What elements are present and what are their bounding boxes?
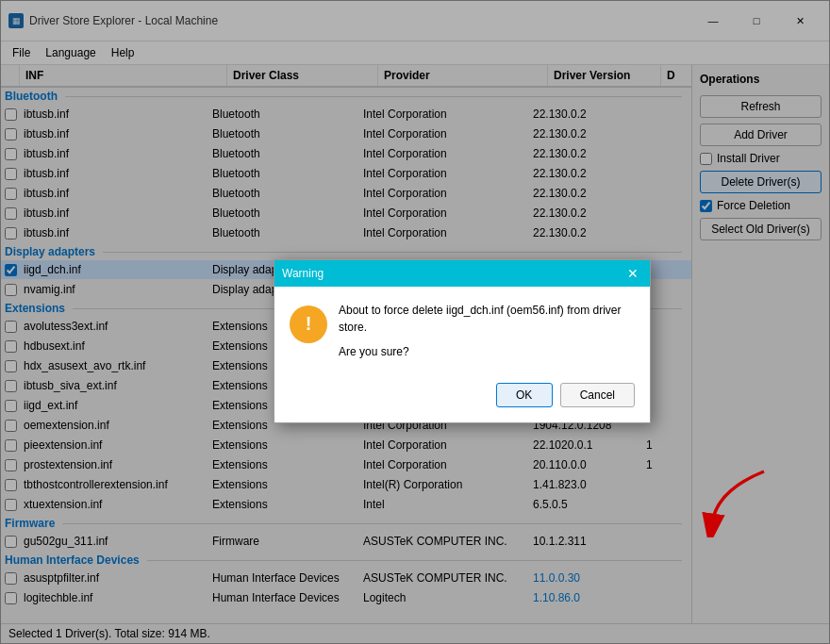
warning-icon: ! [290,305,327,343]
dialog-buttons: OK Cancel [274,375,650,422]
dialog-ok-button[interactable]: OK [496,383,553,407]
dialog-message-line1: About to force delete iigd_dch.inf (oem5… [339,302,635,336]
red-arrow-annotation [698,462,773,540]
dialog-overlay: Warning ✕ ! About to force delete iigd_d… [0,0,830,644]
dialog-cancel-button[interactable]: Cancel [560,383,635,407]
dialog-message-line2: Are you sure? [339,343,635,360]
dialog-body: ! About to force delete iigd_dch.inf (oe… [274,287,650,375]
warning-dialog: Warning ✕ ! About to force delete iigd_d… [274,259,651,423]
dialog-message: About to force delete iigd_dch.inf (oem5… [339,302,635,360]
dialog-close-button[interactable]: ✕ [623,266,642,281]
dialog-title-bar: Warning ✕ [274,260,650,287]
dialog-title: Warning [282,267,324,280]
